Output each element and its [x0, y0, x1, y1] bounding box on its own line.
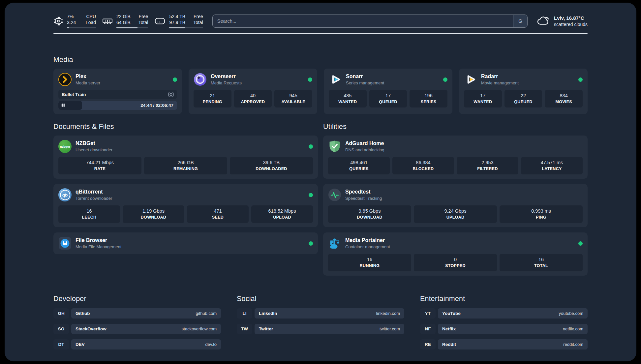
playback-progress-bar[interactable]: 24:44 / 02:06:47 [58, 101, 177, 110]
link-linkedin[interactable]: LI LinkedIn linkedin.com [237, 308, 404, 318]
stat-tile: 39.6 TB DOWNLOADED [230, 157, 313, 174]
memory-icon [102, 16, 113, 26]
stat-label: SEED [188, 215, 247, 220]
adguard-icon [328, 140, 341, 153]
link-reddit[interactable]: RE Reddit reddit.com [420, 339, 588, 349]
stat-label: QUEUED [506, 99, 541, 105]
search-engine-button[interactable]: G [513, 15, 527, 27]
status-indicator [309, 193, 313, 197]
cpu-label-top: CPU [86, 14, 96, 19]
stat-tile: 86,384 BLOCKED [392, 157, 454, 174]
stat-label: QUERIES [329, 166, 388, 171]
cpu-icon [53, 16, 63, 26]
link-url: twitter.com [380, 326, 400, 331]
stat-tile: 2,953 FILTERED [457, 157, 518, 174]
app-description: Speedtest Tracking [345, 196, 382, 201]
stat-label: FILTERED [458, 166, 517, 171]
stat-label: AVAILABLE [276, 99, 311, 105]
storage-icon [154, 16, 166, 26]
header-divider [53, 33, 588, 34]
weather-widget: Lviv, 16.87°C scattered clouds [536, 15, 588, 27]
stat-value: 945 [276, 93, 311, 99]
cpu-progress [67, 27, 96, 28]
stat-tile: 945 AVAILABLE [274, 90, 312, 107]
stat-value: 196 [411, 93, 446, 99]
stat-label: BLOCKED [394, 166, 453, 171]
stat-label: RATE [60, 166, 140, 171]
app-card-overseerr[interactable]: Overseerr Media Requests 21 PENDING 40 A… [189, 69, 317, 114]
app-name: Overseerr [211, 73, 242, 80]
system-stats: 7% 3.24 CPU Load [53, 14, 203, 28]
app-description: Series management [346, 80, 384, 86]
memory-progress [116, 27, 148, 28]
utilities-column: Utilities [323, 123, 588, 276]
stat-value: 2,953 [458, 160, 517, 166]
stat-tile: 47.571 ms LATENCY [521, 157, 583, 174]
app-name: Speedtest [345, 189, 382, 195]
link-abbrev: NF [420, 324, 436, 334]
pause-icon [61, 103, 65, 108]
radarr-icon [464, 73, 477, 86]
playback-progress-fill [58, 101, 82, 110]
link-github[interactable]: GH Github github.com [53, 308, 221, 318]
stat-value: 498,461 [329, 160, 388, 166]
app-description: Container management [345, 244, 390, 250]
qbittorrent-icon: qb [58, 188, 72, 201]
link-url: dev.to [205, 342, 217, 347]
status-indicator [308, 77, 312, 82]
app-card-portainer[interactable]: Media Portainer Container management 16 … [323, 232, 588, 276]
stat-value: 1.19 Gbps [124, 208, 183, 214]
stat-tile: 9.65 Gbps DOWNLOAD [328, 205, 411, 223]
stat-tile: 16 RUNNING [328, 254, 411, 271]
stat-value: 16 [329, 257, 410, 262]
app-card-plex[interactable]: Plex Media server Bullet Train [53, 69, 182, 114]
storage-stat: 52.4 TB 97.9 TB Free Total [154, 14, 203, 28]
link-url: stackoverflow.com [182, 326, 217, 331]
stat-label: PING [501, 215, 581, 220]
search-bar: G [212, 15, 528, 28]
cpu-usage: 7% [67, 14, 76, 19]
stat-label: QUEUED [371, 99, 406, 105]
link-name: StackOverflow [76, 326, 107, 331]
nzbget-icon: nzbget [58, 140, 72, 153]
camera-icon [168, 92, 174, 97]
app-card-nzbget[interactable]: nzbget NZBGet Usenet downloader 744.21 M… [53, 136, 318, 179]
overseerr-icon [194, 73, 207, 86]
now-playing-row: Bullet Train [58, 90, 177, 99]
stat-label: RUNNING [329, 263, 410, 268]
link-youtube[interactable]: YT YouTube youtube.com [420, 308, 588, 318]
app-description: Media server [76, 80, 100, 86]
app-card-qbittorrent[interactable]: qb qBittorrent Torrent downloader 16 LEE… [53, 184, 318, 227]
app-card-filebrowser[interactable]: File Browser Media File Management [53, 232, 318, 254]
stat-value: 16 [60, 208, 119, 214]
memory-total: 64 GiB [116, 19, 131, 25]
stat-tile: 17 WANTED [464, 90, 502, 107]
cpu-label-bottom: Load [86, 19, 96, 25]
stat-label: UPLOAD [253, 215, 312, 220]
link-abbrev: DT [53, 339, 69, 349]
link-name: YouTube [442, 311, 461, 316]
stat-label: MOVIES [546, 99, 581, 105]
stat-value: 485 [330, 93, 365, 99]
app-card-radarr[interactable]: Radarr Movie management 17 WANTED 22 QUE… [459, 69, 588, 114]
app-card-adguard[interactable]: AdGuard Home DNS and adblocking 498,461 … [323, 136, 588, 179]
app-card-speedtest[interactable]: Speedtest Speedtest Tracking 9.65 Gbps D… [323, 184, 588, 227]
dashboard-panel: 7% 3.24 CPU Load [5, 3, 636, 361]
stat-tile: 0 STOPPED [414, 254, 497, 271]
developer-links: Developer GH Github github.com SO StackO… [53, 295, 221, 349]
stat-label: REMAINING [145, 166, 226, 171]
search-input[interactable] [213, 15, 513, 27]
link-abbrev: RE [420, 339, 436, 349]
app-name: Radarr [481, 73, 519, 80]
stat-tile: 40 APPROVED [234, 90, 272, 107]
link-name: LinkedIn [259, 311, 277, 316]
app-card-sonarr[interactable]: Sonarr Series management 485 WANTED 17 Q… [324, 69, 452, 114]
section-title-utilities: Utilities [323, 123, 588, 131]
section-title-entertainment: Entertainment [420, 295, 588, 303]
link-twitter[interactable]: TW Twitter twitter.com [237, 324, 404, 334]
link-netflix[interactable]: NF Netflix netflix.com [420, 324, 588, 334]
link-dev[interactable]: DT DEV dev.to [53, 339, 221, 349]
storage-free: 52.4 TB [169, 14, 185, 19]
link-stackoverflow[interactable]: SO StackOverflow stackoverflow.com [53, 324, 221, 334]
stat-value: 22 [506, 93, 541, 99]
